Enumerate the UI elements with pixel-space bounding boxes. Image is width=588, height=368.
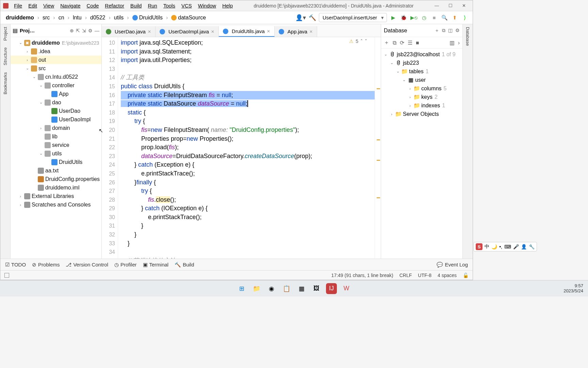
explorer-icon[interactable]: 📁 <box>251 283 262 294</box>
tree-item-dao[interactable]: ⌄dao <box>11 98 101 107</box>
bc-src[interactable]: src <box>40 14 52 21</box>
database-tool-tab[interactable]: Database <box>465 27 470 46</box>
ime-voice-icon[interactable]: 🎤 <box>513 244 519 249</box>
tree-item-userdaoimpl[interactable]: UserDaoImpl <box>11 115 101 124</box>
bc-d0522[interactable]: d0522 <box>88 14 108 21</box>
updates-icon[interactable]: ⬆ <box>451 14 458 21</box>
db-node-server-objects[interactable]: ›📁Server Objects <box>381 110 462 118</box>
db-filter-icon[interactable]: ☰ <box>408 40 412 46</box>
event-log-tab[interactable]: 💬 Event Log <box>437 262 468 268</box>
ide-features-icon[interactable]: ⟩ <box>461 14 469 21</box>
db-stop2-icon[interactable]: ■ <box>416 40 419 46</box>
debug-button[interactable]: 🐞 <box>400 14 407 21</box>
tree-item-druidconfig-properties[interactable]: DruidConfig.properties <box>11 175 101 183</box>
profiler-tab[interactable]: ◷ Profiler <box>114 262 137 268</box>
coverage-button[interactable]: ▶⎋ <box>410 14 418 21</box>
tree-item-controller[interactable]: ⌄controller <box>11 81 101 90</box>
expand-all-icon[interactable]: ⇱ <box>76 28 80 33</box>
line-separator[interactable]: CRLF <box>399 273 412 278</box>
tree-item-aa-txt[interactable]: aa.txt <box>11 166 101 175</box>
bc-lntu[interactable]: lntu <box>71 14 84 21</box>
build-tab[interactable]: 🔨 Build <box>175 262 194 268</box>
bc-cn[interactable]: cn <box>56 14 66 21</box>
menu-run[interactable]: Run <box>145 1 160 10</box>
tree-item-scratches-and-consoles[interactable]: ›Scratches and Consoles <box>11 200 101 209</box>
tree-root[interactable]: ⌄▣ druiddemo E:\jsbjavaweb223 <box>11 39 101 47</box>
tree-item-druidutils[interactable]: DruidUtils <box>11 158 101 166</box>
bc-root[interactable]: druiddemo <box>4 14 36 21</box>
notepad-icon[interactable]: 📋 <box>281 283 292 294</box>
editor-tab-userdaoimpl-java[interactable]: UserDaoImpl.java✕ <box>156 26 219 37</box>
db-refresh-icon[interactable]: ⟳ <box>400 40 404 46</box>
structure-tool-tab[interactable]: Structure <box>3 47 8 65</box>
ime-tools-icon[interactable]: 🔧 <box>529 244 535 249</box>
run-button[interactable]: ▶ <box>390 14 397 21</box>
maximize-button[interactable]: ☐ <box>446 2 455 9</box>
file-encoding[interactable]: UTF-8 <box>418 273 431 278</box>
ime-toolbar[interactable]: S 中 🌙 •, ⌨ 🎤 👤 🔧 <box>473 242 537 251</box>
caret-position[interactable]: 17:49 (91 chars, 1 line break) <box>331 273 393 278</box>
problems-tab[interactable]: ⊘ Problems <box>32 262 60 268</box>
close-tab-icon[interactable]: ✕ <box>267 29 270 34</box>
menu-view[interactable]: View <box>40 1 57 10</box>
tree-item-utils[interactable]: ⌄utils <box>11 149 101 158</box>
bc-field[interactable]: dataSource <box>169 14 208 21</box>
menu-help[interactable]: Help <box>219 1 235 10</box>
tree-item-cn-lntu-d0522[interactable]: ⌄cn.lntu.d0522 <box>11 73 101 81</box>
db-node-tables[interactable]: ⌄📁tables1 <box>381 67 462 76</box>
menu-code[interactable]: Code <box>84 1 101 10</box>
search-everywhere-icon[interactable]: 🔍 <box>441 14 448 21</box>
menu-edit[interactable]: Edit <box>26 1 40 10</box>
stop-button[interactable]: ■ <box>430 14 438 21</box>
ime-keyboard-icon[interactable]: ⌨ <box>504 244 511 249</box>
db-node-keys[interactable]: ›📁keys2 <box>381 93 462 101</box>
editor-tab-app-java[interactable]: App.java✕ <box>275 26 317 37</box>
db-more-icon[interactable]: › <box>458 40 460 46</box>
select-opened-file-icon[interactable]: ⊕ <box>70 28 74 33</box>
project-tree[interactable]: ⌄▣ druiddemo E:\jsbjavaweb223 ›.idea›out… <box>11 37 101 259</box>
terminal-tab[interactable]: ▣ Terminal <box>143 262 169 268</box>
ime-punct-icon[interactable]: •, <box>499 244 502 249</box>
intellij-icon[interactable]: IJ <box>326 283 337 294</box>
menu-navigate[interactable]: Navigate <box>58 1 83 10</box>
indent-setting[interactable]: 4 spaces <box>438 273 457 278</box>
db-copy-icon[interactable]: ⧉ <box>393 40 396 46</box>
todo-tab[interactable]: ☑ TODO <box>5 262 26 268</box>
profile-button[interactable]: ◷ <box>420 14 428 21</box>
editor-tab-druidutils-java[interactable]: DruidUtils.java✕ <box>219 26 275 37</box>
db-node-user[interactable]: ⌄▦user <box>381 76 462 84</box>
settings-icon[interactable]: ⚙ <box>88 28 93 33</box>
db-stop-icon[interactable]: ◫ <box>448 28 453 34</box>
tree-item-src[interactable]: ⌄src <box>11 64 101 73</box>
db-new-icon[interactable]: ＋ <box>384 39 389 46</box>
db-node-columns[interactable]: ›📁columns5 <box>381 84 462 93</box>
tree-item-userdao[interactable]: UserDao <box>11 107 101 115</box>
project-panel-title[interactable]: Proj… <box>20 28 35 33</box>
error-stripe[interactable] <box>375 37 381 259</box>
code-with-me-icon[interactable]: 👤▾ <box>295 14 306 21</box>
read-lock-icon[interactable]: 🔓 <box>463 273 469 278</box>
tree-item-app[interactable]: App <box>11 90 101 98</box>
excel-icon[interactable]: ▦ <box>296 283 307 294</box>
tree-item-domain[interactable]: ›domain <box>11 124 101 132</box>
ime-moon-icon[interactable]: 🌙 <box>491 244 497 249</box>
vcs-tab[interactable]: ⎇ Version Control <box>66 262 108 268</box>
minimize-button[interactable]: — <box>432 2 442 9</box>
project-tool-tab[interactable]: Project <box>3 27 8 41</box>
bookmarks-tool-tab[interactable]: Bookmarks <box>3 72 8 94</box>
collapse-all-icon[interactable]: ⇲ <box>82 28 86 33</box>
close-button[interactable]: ✕ <box>459 2 469 9</box>
photos-icon[interactable]: 🖼 <box>311 283 322 294</box>
hide-icon[interactable]: — <box>95 28 99 33</box>
close-tab-icon[interactable]: ✕ <box>148 29 151 34</box>
db-add-icon[interactable]: ＋ <box>435 28 439 34</box>
tree-item-out[interactable]: ›out <box>11 56 101 64</box>
run-config-selector[interactable]: UserDaoImpl.insertUser <box>319 13 387 22</box>
tree-item-lib[interactable]: lib <box>11 132 101 141</box>
db-connection[interactable]: ⌄🛢 jsb223@localhost 1 of 9 <box>381 50 462 59</box>
taskbar-clock[interactable]: 9:57 2023/5/24 <box>564 283 583 293</box>
editor-tab-userdao-java[interactable]: UserDao.java✕ <box>102 26 156 37</box>
db-node-indexes[interactable]: ›📁indexes1 <box>381 101 462 110</box>
database-tree[interactable]: ⌄🛢 jsb223@localhost 1 of 9 ⌄🛢jsb223⌄📁tab… <box>381 49 462 259</box>
wps-icon[interactable]: W <box>341 283 352 294</box>
